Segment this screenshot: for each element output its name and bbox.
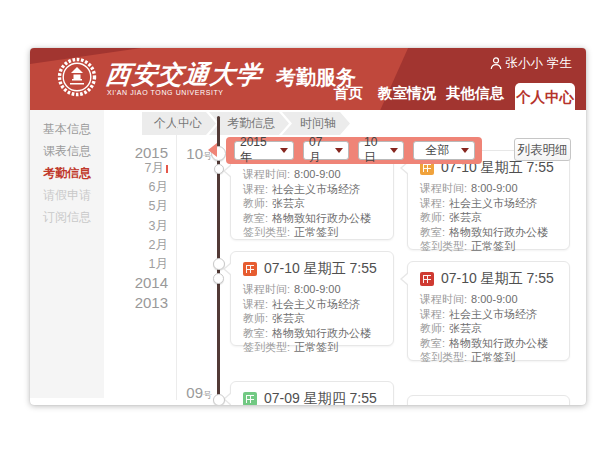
nav-item-other-info[interactable]: 其他信息	[444, 84, 506, 103]
card-notch	[223, 164, 231, 178]
year-select[interactable]: 2015年	[234, 141, 294, 160]
sidebar-item-subscription[interactable]: 订阅信息	[30, 206, 104, 228]
university-logo-icon	[57, 57, 97, 97]
breadcrumb-attendance[interactable]: 考勤信息	[209, 112, 289, 135]
timeline-node-small[interactable]	[214, 164, 224, 174]
university-name-en: XI'AN JIAO TONG UNIVERSITY	[107, 89, 224, 96]
breadcrumb-personal-center[interactable]: 个人中心	[142, 112, 216, 135]
card-date-title: 07-10 星期五 7:55	[441, 270, 554, 288]
timeline-node-mid-1[interactable]	[213, 258, 225, 270]
status-icon-red	[420, 272, 434, 286]
list-detail-button[interactable]: 列表明细	[514, 138, 571, 161]
rail-month-5[interactable]: 5月	[149, 198, 168, 215]
user-info[interactable]: 张小小 学生	[490, 55, 573, 72]
nav-item-classrooms[interactable]: 教室情况	[376, 84, 438, 103]
sidebar-item-basic-info[interactable]: 基本信息	[30, 118, 104, 140]
breadcrumb-timeline[interactable]: 时间轴	[282, 112, 350, 135]
day-label-10: 10号	[178, 145, 212, 163]
timeline-node-mid-2[interactable]	[213, 273, 224, 284]
user-role: 学生	[547, 55, 572, 72]
rail-year-2014[interactable]: 2014	[135, 274, 168, 291]
caret-down-icon	[461, 148, 469, 153]
filter-bar: 2015年 07月 10日 全部	[226, 137, 482, 164]
rail-year-2013[interactable]: 2013	[135, 294, 168, 311]
rail-month-3[interactable]: 3月	[149, 218, 168, 235]
app-window: 西安交通大学 XI'AN JIAO TONG UNIVERSITY 考勤服务 张…	[30, 48, 586, 405]
sidebar: 基本信息 课表信息 考勤信息 请假申请 订阅信息	[30, 110, 104, 398]
status-icon-orange	[243, 262, 257, 276]
card-notch	[400, 272, 408, 286]
rail-month-1[interactable]: 1月	[149, 256, 168, 273]
attendance-card-fragment	[407, 395, 570, 405]
university-name-cn: 西安交通大学	[104, 58, 263, 91]
breadcrumb: 个人中心 考勤信息 时间轴	[142, 112, 350, 135]
filter-bar-arrow	[208, 143, 217, 157]
caret-down-icon	[280, 148, 288, 153]
attendance-card[interactable]: 07-09 星期四 7:55	[230, 381, 394, 405]
attendance-card[interactable]: 07-10 星期五 7:55 课程时间:8:00-9:00 课程:社会主义市场经…	[407, 150, 570, 250]
sidebar-item-attendance[interactable]: 考勤信息	[30, 162, 104, 184]
rail-year-2015[interactable]: 2015	[135, 144, 168, 161]
card-date-title: 07-10 星期五 7:55	[264, 260, 377, 278]
nav-tab-personal-center[interactable]: 个人中心	[515, 83, 575, 110]
rail-month-6[interactable]: 6月	[149, 179, 168, 196]
person-icon	[490, 57, 502, 70]
sidebar-item-leave-request[interactable]: 请假申请	[30, 184, 104, 206]
card-date-title: 07-09 星期四 7:55	[264, 390, 377, 405]
caret-down-icon	[390, 148, 398, 153]
page: 西安交通大学 XI'AN JIAO TONG UNIVERSITY 考勤服务 张…	[0, 0, 600, 450]
caret-down-icon	[335, 148, 343, 153]
rail-divider	[176, 114, 177, 400]
nav-item-home[interactable]: 首页	[326, 84, 370, 103]
app-header: 西安交通大学 XI'AN JIAO TONG UNIVERSITY 考勤服务 张…	[30, 48, 586, 110]
user-name: 张小小	[506, 55, 544, 72]
status-icon-green	[243, 392, 257, 405]
day-label-09: 09号	[178, 384, 212, 402]
type-select[interactable]: 全部	[413, 141, 475, 160]
sidebar-item-timetable[interactable]: 课表信息	[30, 140, 104, 162]
month-select[interactable]: 07月	[303, 141, 349, 160]
rail-month-7-current[interactable]: 7月	[145, 160, 168, 177]
attendance-card[interactable]: 07-10 星期五 7:55 课程时间:8:00-9:00 课程:社会主义市场经…	[407, 261, 570, 361]
timeline-node-day09[interactable]	[213, 394, 225, 405]
day-select[interactable]: 10日	[358, 141, 404, 160]
rail-month-2[interactable]: 2月	[149, 237, 168, 254]
attendance-card[interactable]: 07-10 星期五 7:55 课程时间:8:00-9:00 课程:社会主义市场经…	[230, 251, 394, 346]
